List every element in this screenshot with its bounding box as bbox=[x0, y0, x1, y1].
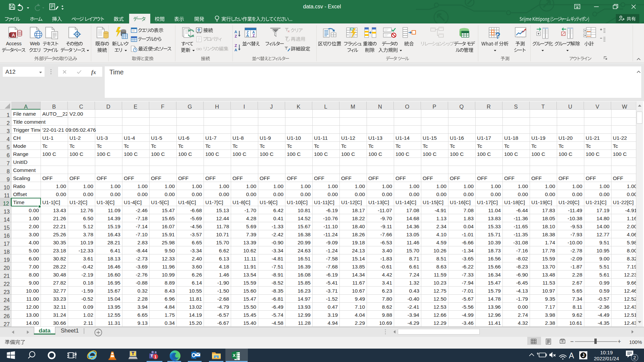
svg-text:Z: Z bbox=[253, 34, 255, 38]
svg-text:fx: fx bbox=[91, 69, 96, 75]
svg-text:A: A bbox=[234, 30, 237, 34]
svg-text:J: J bbox=[582, 353, 585, 358]
svg-text:X: X bbox=[233, 353, 236, 358]
svg-text:Z: Z bbox=[234, 44, 237, 48]
svg-text:?: ? bbox=[495, 31, 500, 40]
svg-text:A: A bbox=[569, 351, 574, 360]
svg-text:1: 1 bbox=[154, 355, 157, 359]
svg-text:A: A bbox=[12, 33, 15, 38]
svg-text:2: 2 bbox=[633, 355, 636, 360]
svg-text:A: A bbox=[246, 34, 249, 38]
svg-text:Z: Z bbox=[234, 34, 237, 38]
svg-text:A: A bbox=[234, 48, 237, 52]
